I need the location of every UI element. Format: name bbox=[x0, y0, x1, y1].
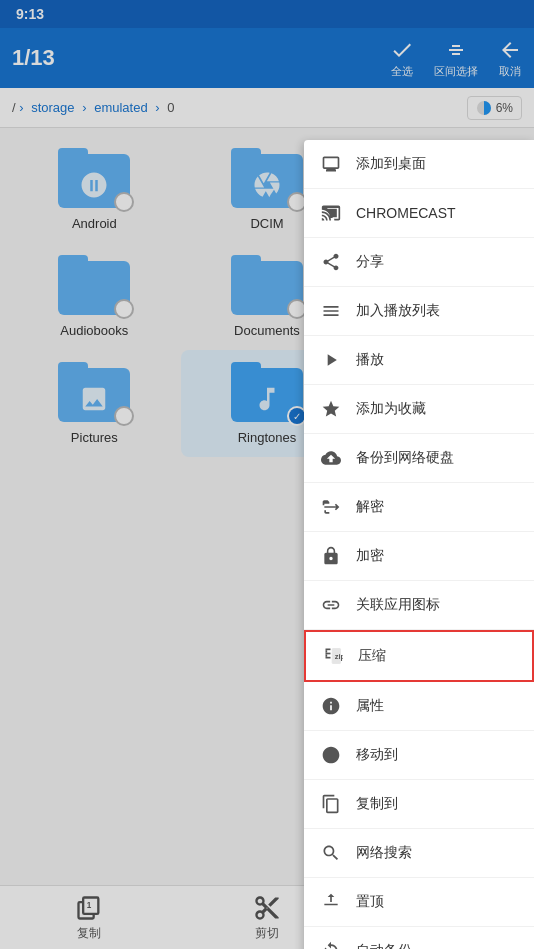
compress-icon: zip bbox=[322, 645, 344, 667]
menu-label-play: 播放 bbox=[356, 351, 384, 369]
menu-label-backup-cloud: 备份到网络硬盘 bbox=[356, 449, 454, 467]
menu-label-link-app: 关联应用图标 bbox=[356, 596, 440, 614]
cloud-upload-icon bbox=[320, 447, 342, 469]
svg-rect-4 bbox=[326, 654, 328, 657]
menu-item-auto-backup[interactable]: 自动备份 bbox=[304, 927, 534, 949]
svg-rect-3 bbox=[326, 653, 331, 655]
menu-label-favorites: 添加为收藏 bbox=[356, 400, 426, 418]
menu-item-add-desktop[interactable]: 添加到桌面 bbox=[304, 140, 534, 189]
menu-label-pin-top: 置顶 bbox=[356, 893, 384, 911]
menu-item-pin-top[interactable]: 置顶 bbox=[304, 878, 534, 927]
menu-item-favorites[interactable]: 添加为收藏 bbox=[304, 385, 534, 434]
menu-item-playlist[interactable]: 加入播放列表 bbox=[304, 287, 534, 336]
menu-item-backup-cloud[interactable]: 备份到网络硬盘 bbox=[304, 434, 534, 483]
monitor-icon bbox=[320, 153, 342, 175]
svg-rect-1 bbox=[326, 649, 331, 651]
link-icon bbox=[320, 594, 342, 616]
auto-backup-icon bbox=[320, 940, 342, 949]
menu-item-properties[interactable]: 属性 bbox=[304, 682, 534, 731]
share-icon bbox=[320, 251, 342, 273]
cast-icon bbox=[320, 202, 342, 224]
menu-item-chromecast[interactable]: CHROMECAST bbox=[304, 189, 534, 238]
menu-label-copy-to: 复制到 bbox=[356, 795, 398, 813]
menu-item-web-search[interactable]: 网络搜索 bbox=[304, 829, 534, 878]
svg-text:zip: zip bbox=[335, 652, 343, 661]
menu-item-link-app[interactable]: 关联应用图标 bbox=[304, 581, 534, 630]
menu-label-decrypt: 解密 bbox=[356, 498, 384, 516]
menu-label-web-search: 网络搜索 bbox=[356, 844, 412, 862]
playlist-icon bbox=[320, 300, 342, 322]
info-icon bbox=[320, 695, 342, 717]
encrypt-icon bbox=[320, 545, 342, 567]
menu-item-move-to[interactable]: 移动到 bbox=[304, 731, 534, 780]
move-icon bbox=[320, 744, 342, 766]
svg-rect-2 bbox=[326, 650, 328, 653]
menu-item-encrypt[interactable]: 加密 bbox=[304, 532, 534, 581]
menu-label-auto-backup: 自动备份 bbox=[356, 942, 412, 949]
copy-file-icon bbox=[320, 793, 342, 815]
menu-label-move-to: 移动到 bbox=[356, 746, 398, 764]
decrypt-icon bbox=[320, 496, 342, 518]
menu-item-decrypt[interactable]: 解密 bbox=[304, 483, 534, 532]
menu-item-play[interactable]: 播放 bbox=[304, 336, 534, 385]
play-icon bbox=[320, 349, 342, 371]
menu-item-compress[interactable]: zip 压缩 bbox=[304, 630, 534, 682]
menu-label-compress: 压缩 bbox=[358, 647, 386, 665]
menu-label-chromecast: CHROMECAST bbox=[356, 205, 456, 221]
menu-label-playlist: 加入播放列表 bbox=[356, 302, 440, 320]
menu-item-copy-to[interactable]: 复制到 bbox=[304, 780, 534, 829]
pin-top-icon bbox=[320, 891, 342, 913]
svg-rect-5 bbox=[326, 657, 331, 659]
menu-label-add-desktop: 添加到桌面 bbox=[356, 155, 426, 173]
web-search-icon bbox=[320, 842, 342, 864]
menu-label-properties: 属性 bbox=[356, 697, 384, 715]
menu-item-share[interactable]: 分享 bbox=[304, 238, 534, 287]
context-menu: 添加到桌面 CHROMECAST 分享 加入播放列表 bbox=[304, 140, 534, 949]
star-icon bbox=[320, 398, 342, 420]
menu-label-share: 分享 bbox=[356, 253, 384, 271]
menu-label-encrypt: 加密 bbox=[356, 547, 384, 565]
